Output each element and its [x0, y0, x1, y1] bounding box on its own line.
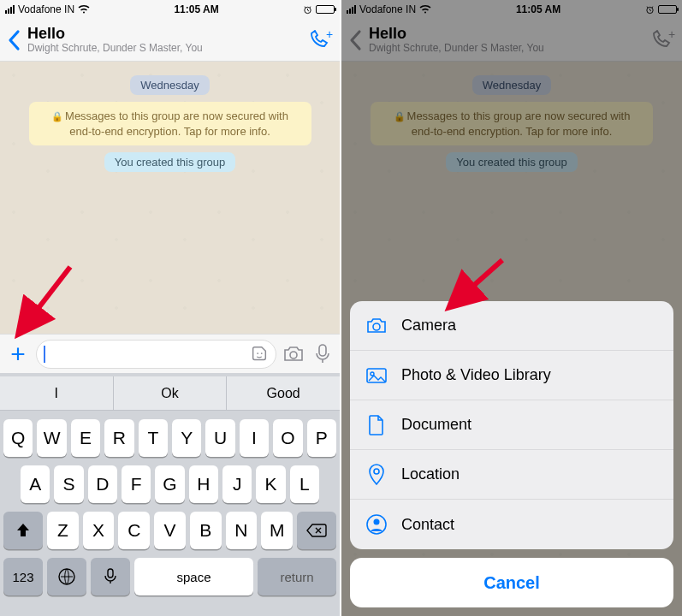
svg-point-17 [374, 519, 380, 525]
key-d[interactable]: D [88, 465, 117, 503]
svg-text:+: + [326, 30, 333, 41]
status-time: 11:05 AM [174, 3, 218, 15]
svg-rect-8 [108, 569, 113, 578]
key-123[interactable]: 123 [3, 558, 43, 595]
carrier-label: Vodafone IN [18, 3, 74, 15]
call-button[interactable]: + [307, 30, 333, 50]
alarm-icon [303, 5, 312, 15]
key-a[interactable]: A [21, 465, 50, 503]
svg-point-15 [374, 469, 379, 474]
sheet-label: Camera [401, 317, 456, 335]
message-input[interactable] [45, 346, 250, 361]
key-t[interactable]: T [139, 419, 168, 457]
keyboard-row-2: A S D F G H J K L [3, 465, 336, 503]
document-icon [365, 414, 388, 436]
key-z[interactable]: Z [47, 512, 79, 549]
key-j[interactable]: J [222, 465, 252, 503]
key-e[interactable]: E [71, 419, 100, 457]
keyboard-row-1: Q W E R T Y U I O P [3, 419, 336, 457]
camera-icon [365, 317, 388, 335]
sheet-item-document[interactable]: Document [350, 400, 673, 450]
svg-point-4 [261, 352, 263, 354]
key-w[interactable]: W [37, 419, 66, 457]
attach-button[interactable]: + [5, 340, 31, 369]
sheet-cancel-button[interactable]: Cancel [350, 558, 673, 607]
chat-body[interactable]: Wednesday 🔒Messages to this group are no… [0, 62, 340, 332]
svg-point-14 [371, 372, 374, 376]
suggestion-1[interactable]: I [0, 376, 114, 410]
signal-icon [5, 5, 15, 14]
mic-button[interactable] [311, 344, 335, 364]
location-icon [365, 464, 388, 486]
lock-icon: 🔒 [51, 111, 63, 121]
contact-icon [365, 514, 388, 535]
svg-point-5 [290, 352, 297, 358]
key-l[interactable]: L [290, 465, 319, 503]
date-chip: Wednesday [130, 75, 209, 95]
key-i[interactable]: I [240, 419, 269, 457]
sheet-item-library[interactable]: Photo & Video Library [350, 351, 673, 400]
key-f[interactable]: F [122, 465, 151, 503]
sheet-label: Contact [401, 516, 454, 534]
key-shift[interactable] [3, 512, 43, 549]
suggestion-2[interactable]: Ok [114, 376, 228, 410]
encryption-notice[interactable]: 🔒Messages to this group are now secured … [29, 102, 311, 145]
sheet-item-camera[interactable]: Camera [350, 301, 673, 351]
key-o[interactable]: O [273, 419, 302, 457]
key-k[interactable]: K [256, 465, 285, 503]
chat-header: Hello Dwight Schrute, Dunder S Master, Y… [0, 19, 340, 62]
key-h[interactable]: H [189, 465, 218, 503]
input-bar: + [0, 334, 340, 373]
chat-title: Hello [27, 25, 302, 43]
key-s[interactable]: S [54, 465, 83, 503]
sheet-item-location[interactable]: Location [350, 450, 673, 500]
key-emoji[interactable] [47, 558, 86, 595]
chat-title-block[interactable]: Hello Dwight Schrute, Dunder S Master, Y… [27, 25, 302, 54]
key-v[interactable]: V [154, 512, 186, 549]
key-x[interactable]: X [83, 512, 115, 549]
keyboard-row-bottom: 123 space return [3, 558, 336, 595]
sheet-item-contact[interactable]: Contact [350, 500, 673, 549]
created-chip: You created this group [104, 152, 236, 172]
key-dictation[interactable] [91, 558, 130, 595]
chat-subtitle: Dwight Schrute, Dunder S Master, You [27, 43, 302, 55]
keyboard-suggestions: I Ok Good [0, 376, 340, 411]
keyboard: I Ok Good Q W E R T Y U I O P A S D F [0, 373, 340, 616]
key-g[interactable]: G [155, 465, 184, 503]
svg-rect-6 [319, 345, 326, 356]
sheet-label: Photo & Video Library [401, 366, 551, 384]
key-n[interactable]: N [226, 512, 258, 549]
keyboard-row-3: Z X C V B N M [3, 512, 336, 549]
right-phone: Vodafone IN 11:05 AM Hello Dwight Schrut… [341, 0, 682, 616]
status-bar: Vodafone IN 11:05 AM [0, 0, 340, 19]
key-backspace[interactable] [297, 512, 336, 549]
action-sheet: Camera Photo & Video Library Document Lo… [350, 301, 673, 607]
suggestion-3[interactable]: Good [227, 376, 340, 410]
key-y[interactable]: Y [172, 419, 201, 457]
key-r[interactable]: R [104, 419, 133, 457]
sheet-label: Location [401, 465, 460, 483]
svg-point-3 [257, 352, 258, 354]
gallery-icon [365, 366, 388, 385]
sheet-label: Document [401, 416, 471, 434]
key-c[interactable]: C [118, 512, 150, 549]
wifi-icon [78, 5, 90, 14]
key-m[interactable]: M [261, 512, 293, 549]
svg-point-12 [373, 323, 380, 330]
key-return[interactable]: return [258, 558, 336, 595]
key-u[interactable]: U [205, 419, 234, 457]
battery-icon [316, 5, 335, 14]
left-phone: Vodafone IN 11:05 AM Hello Dwight Schrut… [0, 0, 341, 616]
key-p[interactable]: P [307, 419, 336, 457]
camera-button[interactable] [282, 345, 305, 364]
key-q[interactable]: Q [3, 419, 33, 457]
back-button[interactable] [7, 29, 22, 51]
key-space[interactable]: space [134, 558, 253, 595]
sticker-icon[interactable] [250, 345, 269, 364]
message-input-wrap[interactable] [36, 340, 276, 369]
key-b[interactable]: B [190, 512, 222, 549]
